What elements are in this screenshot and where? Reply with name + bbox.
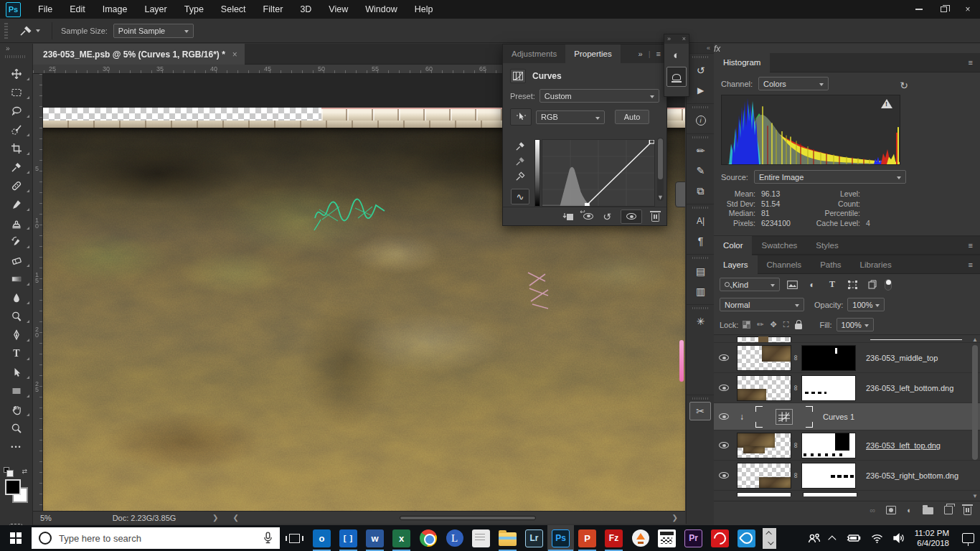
history-brush-tool[interactable]	[0, 232, 33, 251]
character-panel-icon[interactable]: A|	[687, 211, 715, 231]
status-chevron-icon[interactable]: ❯	[212, 514, 218, 522]
tab-adjustments[interactable]: Adjustments	[503, 44, 565, 63]
reset-adjustment-icon[interactable]: ↺	[603, 211, 611, 222]
curves-grid[interactable]	[542, 139, 655, 207]
toggle-visibility-icon[interactable]	[621, 209, 642, 224]
taskbar-app-chrome[interactable]	[415, 525, 441, 551]
white-point-eyedropper-icon[interactable]	[515, 171, 526, 182]
layer-style-icon[interactable]: fx	[714, 44, 980, 525]
taskbar-app-premiere[interactable]: Pr	[680, 525, 707, 551]
menu-3d[interactable]: 3D	[291, 4, 320, 14]
dock-expand-icon[interactable]: »	[667, 34, 671, 44]
blur-tool[interactable]	[0, 288, 33, 307]
taskbar-search[interactable]: Type here to search	[32, 527, 280, 549]
quick-selection-tool[interactable]	[0, 121, 33, 139]
layer-comps-icon[interactable]: ▤	[687, 261, 715, 281]
panel-menu-icon[interactable]: ≡	[656, 50, 661, 58]
taskbar-app-word[interactable]: w	[362, 525, 388, 551]
taskbar-app-powerpoint[interactable]: P	[574, 525, 600, 551]
properties-scrollbar[interactable]	[657, 138, 664, 201]
zoom-tool[interactable]	[0, 419, 33, 438]
crop-tool[interactable]	[0, 139, 33, 158]
restore-button[interactable]	[931, 0, 956, 19]
taskbar-app-file-explorer[interactable]	[494, 525, 521, 551]
start-button[interactable]	[0, 525, 32, 551]
canvas-horizontal-scrollbar[interactable]	[246, 515, 646, 521]
clip-to-layer-icon[interactable]	[562, 212, 574, 222]
menu-type[interactable]: Type	[176, 4, 212, 14]
channel-dropdown[interactable]: RGB	[536, 110, 605, 124]
taskbar-app-notepad[interactable]	[468, 525, 494, 551]
menu-select[interactable]: Select	[212, 4, 255, 14]
tab-close-icon[interactable]: ×	[232, 50, 237, 60]
scroll-right-icon[interactable]: ❯	[672, 514, 678, 522]
view-previous-state-icon[interactable]: ↩	[583, 212, 593, 221]
toolbar-header[interactable]: »	[0, 44, 33, 65]
show-hidden-icons-chevron[interactable]	[828, 535, 836, 543]
people-icon[interactable]	[808, 533, 821, 543]
rectangular-marquee-tool[interactable]	[0, 83, 33, 102]
spot-healing-brush-tool[interactable]	[0, 176, 33, 195]
taskbar-app-brackets[interactable]: [ ]	[335, 525, 362, 551]
eyedropper-tool[interactable]	[0, 158, 33, 176]
scroll-down-icon[interactable]: ▼	[657, 194, 664, 201]
targeted-adjustment-icon[interactable]	[510, 108, 532, 126]
menu-file[interactable]: File	[29, 4, 61, 14]
new-group-icon[interactable]	[923, 507, 933, 514]
brushes-icon[interactable]: ✎	[687, 161, 715, 181]
3d-materials-dock-icon[interactable]	[666, 67, 687, 87]
taskbar-app-orb[interactable]	[627, 525, 654, 551]
menu-help[interactable]: Help	[406, 4, 442, 14]
move-tool[interactable]	[0, 65, 33, 83]
menu-filter[interactable]: Filter	[255, 4, 292, 14]
adjustments-dock-icon[interactable]: ◐	[664, 44, 689, 65]
taskbar-clock[interactable]: 11:02 PM 6/4/2018	[915, 528, 949, 548]
delete-layer-icon[interactable]	[963, 507, 971, 515]
taskbar-app-lightroom[interactable]: Lr	[521, 525, 547, 551]
taskbar-app-outlook[interactable]: o	[308, 525, 335, 551]
lasso-tool[interactable]	[0, 102, 33, 121]
curves-graph[interactable]	[542, 140, 654, 206]
pen-tool[interactable]	[0, 326, 33, 344]
path-selection-tool[interactable]	[0, 363, 33, 382]
close-button[interactable]: ×	[956, 0, 980, 19]
microphone-icon[interactable]	[263, 532, 273, 545]
volume-icon[interactable]	[893, 533, 905, 543]
menu-window[interactable]: Window	[357, 4, 405, 14]
history-icon[interactable]: ↺	[687, 60, 715, 80]
type-tool[interactable]: T	[0, 344, 33, 363]
gradient-tool[interactable]	[0, 270, 33, 288]
taskbar-app-blue[interactable]	[733, 525, 760, 551]
menu-edit[interactable]: Edit	[61, 4, 94, 14]
brush-tool[interactable]	[0, 195, 33, 214]
sample-size-dropdown[interactable]: Point Sample	[113, 24, 194, 38]
vertical-ruler[interactable]: 5 10 15 20 25	[33, 74, 43, 511]
info-icon[interactable]: i	[687, 110, 715, 131]
action-center-icon[interactable]	[962, 533, 974, 543]
canvas-vertical-scrollbar[interactable]	[672, 74, 678, 502]
tab-properties[interactable]: Properties	[565, 44, 620, 63]
notes-icon[interactable]: ▥	[687, 281, 715, 301]
dock-close-icon[interactable]: ×	[682, 34, 686, 44]
foreground-color[interactable]	[5, 479, 21, 495]
new-layer-icon[interactable]	[944, 506, 953, 514]
dock-collapse-icon[interactable]: «	[687, 44, 714, 53]
preset-dropdown[interactable]: Custom	[540, 89, 659, 103]
paragraph-panel-icon[interactable]: ¶	[687, 231, 715, 251]
gray-point-eyedropper-icon[interactable]	[515, 156, 526, 166]
taskbar-app-loop[interactable]: L	[441, 525, 468, 551]
scissors-tool-icon[interactable]: ✂	[689, 402, 711, 420]
clone-source-icon[interactable]: ⧉	[687, 181, 715, 201]
taskbar-app-excel[interactable]: x	[388, 525, 415, 551]
document-tab[interactable]: 236-053_ME.psb @ 5% (Curves 1, RGB/16*) …	[33, 44, 245, 65]
menu-view[interactable]: View	[320, 4, 357, 14]
navigator-icon[interactable]: ✳	[687, 311, 715, 331]
taskbar-app-filezilla[interactable]: Fz	[600, 525, 627, 551]
dodge-tool[interactable]	[0, 307, 33, 326]
auto-button[interactable]: Auto	[615, 110, 649, 124]
battery-icon[interactable]	[847, 534, 861, 542]
taskbar-overflow[interactable]	[763, 528, 776, 549]
actions-icon[interactable]: ▶	[687, 80, 715, 100]
taskbar-app-photoshop[interactable]: Ps	[547, 525, 574, 551]
wifi-icon[interactable]	[871, 534, 883, 543]
